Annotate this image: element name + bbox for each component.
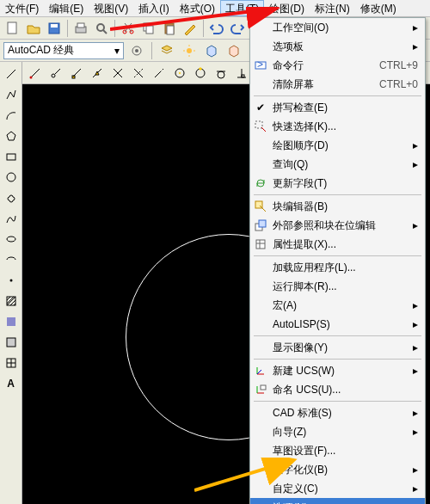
- menu-item-commandline[interactable]: >命令行CTRL+9: [250, 56, 425, 75]
- svg-line-53: [155, 72, 160, 77]
- chevron-down-icon: ▾: [114, 45, 120, 57]
- table-icon[interactable]: [3, 354, 20, 372]
- menu-item-blockeditor[interactable]: 块编辑器(B): [250, 197, 425, 216]
- open-icon[interactable]: [24, 19, 43, 38]
- svg-rect-37: [7, 338, 15, 347]
- menu-modify[interactable]: 修改(M): [355, 0, 402, 16]
- mtext-icon[interactable]: A: [3, 375, 20, 392]
- appint-icon[interactable]: [129, 64, 148, 83]
- layers-icon[interactable]: [157, 41, 176, 60]
- menu-item-draftingsettings[interactable]: 草图设置(F)...: [250, 441, 425, 460]
- menu-item-tablet[interactable]: 数字化仪(B)▸: [250, 460, 425, 479]
- rectangle-icon[interactable]: [3, 148, 20, 165]
- extension-icon[interactable]: [150, 64, 169, 83]
- save-icon[interactable]: [45, 19, 64, 38]
- circle-icon[interactable]: [3, 169, 20, 186]
- menu-item-displayimage[interactable]: 显示图像(Y)▸: [250, 338, 425, 357]
- label: 显示图像(Y): [273, 341, 328, 355]
- arc-icon[interactable]: [3, 107, 20, 124]
- ellipse-arc-icon[interactable]: [3, 251, 20, 268]
- menu-file[interactable]: 文件(F): [0, 0, 44, 16]
- submenu-arrow-icon: ▸: [413, 365, 418, 377]
- svg-rect-75: [256, 240, 265, 249]
- menu-item-newucs[interactable]: 新建 UCS(W)▸: [250, 361, 425, 380]
- spellcheck-icon: ✔: [254, 101, 267, 114]
- matchprop-icon[interactable]: [181, 19, 200, 38]
- menu-item-customize[interactable]: 自定义(C)▸: [250, 479, 425, 498]
- spline-icon[interactable]: [3, 210, 20, 227]
- menu-item-draworder[interactable]: 绘图顺序(D)▸: [250, 136, 425, 155]
- label: 草图设置(F)...: [273, 444, 335, 458]
- menu-item-xrefedit[interactable]: 外部参照和块在位编辑▸: [250, 216, 425, 235]
- tools-dropdown: 工作空间(O)▸ 选项板▸ >命令行CTRL+9 清除屏幕CTRL+0 ✔拼写检…: [249, 17, 426, 504]
- tangent-icon[interactable]: [212, 64, 230, 83]
- cubes-icon[interactable]: [224, 41, 243, 60]
- menu-item-macro[interactable]: 宏(A)▸: [250, 296, 425, 315]
- workspace-combo[interactable]: AutoCAD 经典 ▾: [3, 42, 124, 59]
- revcloud-icon[interactable]: [3, 189, 20, 206]
- menu-item-workspace[interactable]: 工作空间(O)▸: [250, 18, 425, 37]
- separator: [254, 401, 421, 402]
- menu-item-wizards[interactable]: 向导(Z)▸: [250, 422, 425, 441]
- submenu-arrow-icon: ▸: [413, 22, 418, 34]
- menu-format[interactable]: 格式(O): [175, 0, 220, 16]
- update-icon: [254, 176, 267, 190]
- menu-item-runscript[interactable]: 运行脚本(R)...: [250, 277, 425, 296]
- menu-dimension[interactable]: 标注(N): [310, 0, 355, 16]
- separator: [254, 255, 421, 256]
- undo-icon[interactable]: [207, 19, 226, 38]
- cut-icon[interactable]: [119, 19, 138, 38]
- menu-item-updatefields[interactable]: 更新字段(T): [250, 174, 425, 193]
- label: 属性提取(X)...: [273, 237, 336, 252]
- paste-icon[interactable]: [160, 19, 179, 38]
- ellipse-icon[interactable]: [3, 230, 20, 248]
- menu-item-options[interactable]: 选项(N)...: [250, 498, 425, 504]
- perpendicular-icon[interactable]: [232, 64, 251, 83]
- tracking-icon[interactable]: [26, 64, 45, 83]
- preview-icon[interactable]: [92, 19, 111, 38]
- cube-icon[interactable]: [202, 41, 221, 60]
- svg-point-56: [179, 72, 181, 74]
- from-icon[interactable]: [46, 64, 65, 83]
- polygon-icon[interactable]: [3, 127, 20, 144]
- label: 工作空间(O): [273, 21, 329, 35]
- midpoint-icon[interactable]: [88, 64, 107, 83]
- svg-point-34: [9, 280, 12, 282]
- menu-view[interactable]: 视图(V): [89, 0, 133, 16]
- menu-item-palettes[interactable]: 选项板▸: [250, 37, 425, 56]
- menu-item-quickselect[interactable]: 快速选择(K)...: [250, 117, 425, 136]
- menu-item-autolisp[interactable]: AutoLISP(S)▸: [250, 315, 425, 334]
- menu-item-attrextract[interactable]: 属性提取(X)...: [250, 235, 425, 254]
- menu-item-cleanscreen[interactable]: 清除屏幕CTRL+0: [250, 75, 425, 94]
- menu-insert[interactable]: 插入(I): [133, 0, 174, 16]
- endpoint-icon[interactable]: [67, 64, 86, 83]
- menu-item-inquiry[interactable]: 查询(Q)▸: [250, 155, 425, 174]
- sun-icon[interactable]: [180, 41, 199, 60]
- separator: [254, 194, 421, 195]
- new-icon[interactable]: [3, 19, 22, 38]
- region-icon[interactable]: [3, 334, 20, 351]
- menu-item-spellcheck[interactable]: ✔拼写检查(E): [250, 98, 425, 117]
- gradient-icon[interactable]: [3, 313, 20, 330]
- quadrant-icon[interactable]: [191, 64, 210, 83]
- redo-icon[interactable]: [228, 19, 247, 38]
- copy-icon[interactable]: [139, 19, 158, 38]
- pline-icon[interactable]: [3, 86, 20, 103]
- hatch-icon[interactable]: [3, 292, 20, 310]
- menubar: 文件(F) 编辑(E) 视图(V) 插入(I) 格式(O) 工具(T) 绘图(D…: [0, 0, 430, 17]
- plot-icon[interactable]: [71, 19, 90, 38]
- line-icon[interactable]: [3, 65, 20, 83]
- point-icon[interactable]: [3, 272, 20, 289]
- label: 加载应用程序(L)...: [273, 261, 356, 275]
- menu-edit[interactable]: 编辑(E): [44, 0, 89, 16]
- xref-icon: [254, 218, 267, 232]
- menu-item-loadapp[interactable]: 加载应用程序(L)...: [250, 258, 425, 277]
- gear-icon[interactable]: [127, 41, 146, 60]
- menu-item-namedUCS[interactable]: 命名 UCS(U)...: [250, 380, 425, 399]
- center-icon[interactable]: [170, 64, 189, 83]
- intersection-icon[interactable]: [108, 64, 127, 83]
- menu-tools[interactable]: 工具(T): [220, 0, 264, 16]
- menu-draw[interactable]: 绘图(D): [264, 0, 310, 16]
- menu-item-cadstandards[interactable]: CAD 标准(S)▸: [250, 403, 425, 422]
- svg-rect-36: [7, 317, 15, 326]
